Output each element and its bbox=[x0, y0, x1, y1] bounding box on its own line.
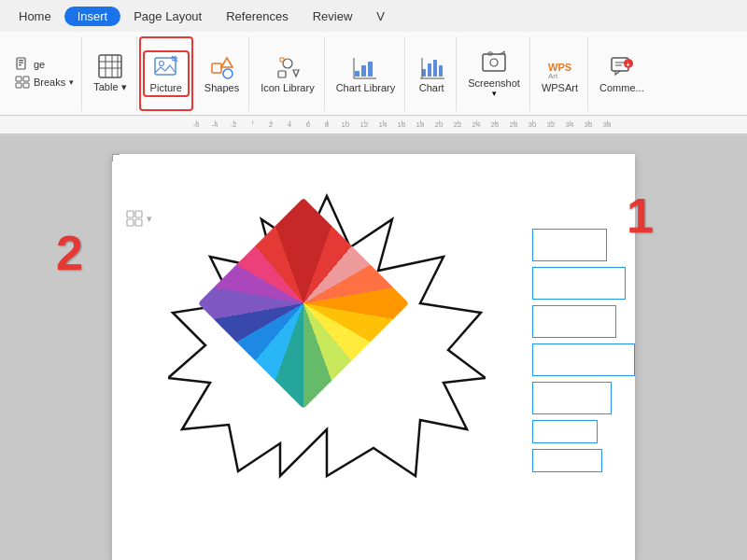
blue-rect-1 bbox=[532, 229, 607, 261]
shapes-group: Shapes bbox=[195, 36, 249, 111]
svg-text:+: + bbox=[172, 57, 176, 63]
page-corner bbox=[112, 154, 120, 161]
icon-library-label: Icon Library bbox=[261, 82, 314, 93]
page-anchor[interactable]: ▾ bbox=[126, 210, 152, 227]
tab-bar: Home Insert Page Layout References Revie… bbox=[0, 0, 747, 32]
document-page: ▾ bbox=[112, 154, 635, 560]
svg-rect-33 bbox=[428, 63, 431, 77]
svg-rect-27 bbox=[355, 71, 359, 77]
screenshot-group: Screenshot ▾ bbox=[458, 36, 530, 111]
ruler-mark: 30 bbox=[523, 120, 542, 129]
chart-label: Chart bbox=[419, 82, 444, 93]
ruler-mark: 32 bbox=[542, 120, 560, 129]
svg-text:+: + bbox=[626, 61, 629, 67]
annotation-1: 1 bbox=[627, 191, 654, 240]
ruler-mark: 24 bbox=[467, 120, 486, 129]
ruler-mark: 20 bbox=[430, 120, 448, 129]
picture-button[interactable]: + Picture bbox=[143, 50, 190, 97]
blue-rect-7 bbox=[532, 449, 602, 472]
svg-rect-5 bbox=[23, 77, 29, 81]
wpsart-button[interactable]: WPS Art WPSArt bbox=[536, 52, 584, 95]
ruler-mark: -6 bbox=[187, 120, 205, 129]
ruler-mark: 26 bbox=[486, 120, 504, 129]
breaks-label: Breaks bbox=[34, 77, 65, 88]
page-breaks-group: ge Breaks ▾ bbox=[7, 36, 82, 111]
icon-library-group: Icon Library bbox=[251, 36, 324, 111]
tab-review[interactable]: Review bbox=[302, 6, 364, 27]
ruler-mark: 10 bbox=[336, 120, 355, 129]
wpsart-label: WPSArt bbox=[542, 82, 578, 93]
icon-library-button[interactable]: Icon Library bbox=[255, 52, 319, 95]
ruler-marks: -6 -4 -2 2 4 6 8 10 12 14 16 18 20 22 24… bbox=[187, 120, 616, 129]
wpsart-group: WPS Art WPSArt bbox=[532, 36, 588, 111]
blue-rect-3 bbox=[532, 305, 616, 338]
chart-button[interactable]: Chart bbox=[411, 52, 452, 95]
svg-rect-3 bbox=[19, 64, 21, 65]
table-button[interactable]: Table ▾ bbox=[88, 51, 132, 95]
ruler-mark: 36 bbox=[579, 120, 598, 129]
comment-button[interactable]: + Comme... bbox=[594, 52, 650, 95]
shapes-label: Shapes bbox=[204, 82, 239, 93]
ruler-mark: 6 bbox=[299, 120, 317, 129]
svg-text:Art: Art bbox=[548, 72, 558, 80]
svg-point-39 bbox=[490, 59, 498, 66]
page-anchor-arrow: ▾ bbox=[147, 213, 152, 225]
annotation-2: 2 bbox=[56, 229, 83, 277]
chart-library-group: Chart Library bbox=[327, 36, 406, 111]
ribbon: ge Breaks ▾ bbox=[0, 32, 747, 116]
chart-library-button[interactable]: Chart Library bbox=[331, 52, 402, 95]
tab-more[interactable]: V bbox=[365, 6, 396, 27]
svg-rect-0 bbox=[17, 58, 25, 69]
svg-rect-24 bbox=[278, 71, 286, 77]
ruler-mark: 16 bbox=[392, 120, 411, 129]
ruler-mark: 14 bbox=[374, 120, 392, 129]
tab-insert[interactable]: Insert bbox=[64, 7, 121, 26]
svg-rect-6 bbox=[16, 83, 21, 88]
picture-group: + Picture bbox=[139, 36, 193, 111]
chart-group: Chart bbox=[407, 36, 457, 111]
svg-rect-52 bbox=[127, 219, 134, 226]
svg-marker-21 bbox=[221, 58, 233, 67]
ribbon-container: Home Insert Page Layout References Revie… bbox=[0, 0, 747, 135]
ruler-mark: 18 bbox=[411, 120, 430, 129]
svg-rect-4 bbox=[16, 77, 21, 81]
ruler-mark: 38 bbox=[598, 120, 616, 129]
picture-label: Picture bbox=[150, 82, 182, 93]
chart-library-label: Chart Library bbox=[336, 82, 396, 93]
screenshot-label: Screenshot bbox=[468, 77, 520, 89]
svg-rect-1 bbox=[19, 60, 23, 61]
svg-rect-35 bbox=[439, 65, 443, 77]
ruler: -6 -4 -2 2 4 6 8 10 12 14 16 18 20 22 24… bbox=[0, 116, 747, 134]
ruler-mark: 2 bbox=[261, 120, 280, 129]
comment-group: + Comme... bbox=[590, 36, 654, 111]
svg-rect-20 bbox=[212, 63, 221, 73]
ruler-mark: 12 bbox=[355, 120, 374, 129]
svg-rect-2 bbox=[19, 63, 23, 63]
tab-references[interactable]: References bbox=[215, 6, 299, 27]
page-button[interactable]: ge bbox=[11, 56, 49, 73]
svg-rect-34 bbox=[433, 60, 437, 77]
blue-rectangles bbox=[532, 229, 635, 472]
blue-rect-2 bbox=[532, 267, 626, 300]
breaks-button[interactable]: Breaks ▾ bbox=[11, 74, 78, 91]
svg-point-22 bbox=[223, 69, 233, 78]
blue-rect-6 bbox=[532, 420, 598, 443]
svg-point-15 bbox=[159, 61, 163, 65]
ruler-mark: 28 bbox=[504, 120, 523, 129]
shapes-button[interactable]: Shapes bbox=[199, 52, 245, 95]
blue-rect-5 bbox=[532, 382, 612, 414]
svg-rect-50 bbox=[127, 211, 134, 217]
ruler-mark: 8 bbox=[317, 120, 336, 129]
svg-rect-29 bbox=[368, 62, 373, 77]
screenshot-button[interactable]: Screenshot ▾ bbox=[462, 48, 526, 100]
svg-marker-25 bbox=[293, 70, 299, 77]
tab-page-layout[interactable]: Page Layout bbox=[122, 6, 213, 27]
ruler-mark: -4 bbox=[205, 120, 224, 129]
ruler-mark: 4 bbox=[280, 120, 299, 129]
svg-rect-28 bbox=[361, 65, 366, 77]
tab-home[interactable]: Home bbox=[7, 6, 63, 27]
svg-rect-7 bbox=[23, 83, 29, 88]
blue-rect-4 bbox=[532, 343, 635, 376]
svg-rect-32 bbox=[422, 69, 426, 77]
ruler-mark bbox=[243, 120, 261, 129]
